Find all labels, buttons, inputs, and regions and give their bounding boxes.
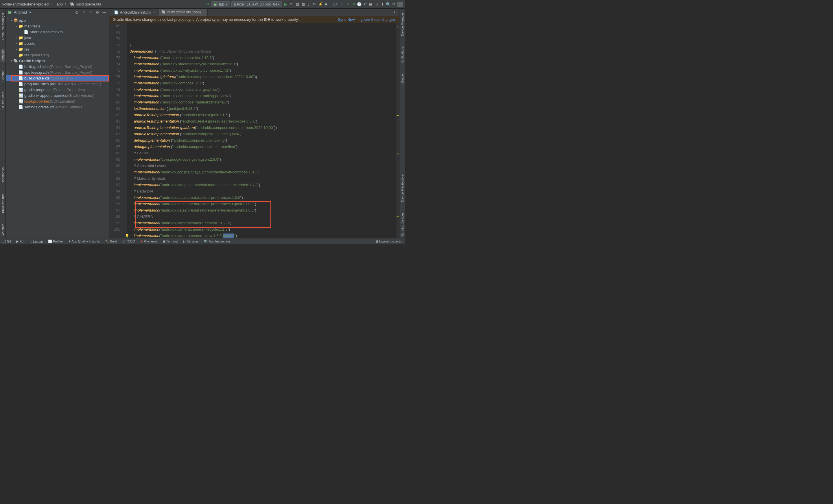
tab-build-gradle[interactable]: 🐘 build.gradle.kts (:app) ×	[159, 9, 208, 16]
tool-profiler[interactable]: 📊 Profiler	[48, 240, 63, 243]
git-push-icon[interactable]: ↗	[351, 2, 356, 7]
tab-build-variants[interactable]: Build Variants	[1, 192, 5, 215]
instant-run-icon[interactable]: ⚡	[318, 2, 323, 7]
project-sidebar: ▣ Android ▾ ⊙ ≡ ≡ ⚙ — ▾📦app▾📁manifests📄A…	[6, 9, 109, 238]
stop-icon[interactable]: ■	[324, 2, 329, 7]
tab-bookmarks[interactable]: Bookmarks	[1, 166, 5, 185]
editor-tabs: 📄 AndroidManifest.xml × 🐘 build.gradle.k…	[109, 9, 399, 16]
device-selector-dropdown[interactable]: ▯ Pixel_3a_API_33_x86_64 ▾	[231, 1, 282, 7]
tool-layout-inspector[interactable]: ▦ Layout Inspector	[376, 240, 403, 243]
breadcrumb: kotlin-android-starter-project 〉 app 〉 🐘…	[2, 2, 204, 7]
avd-manager-icon[interactable]: ▣	[368, 2, 373, 7]
fold-gutter[interactable]	[123, 23, 127, 238]
tree-item[interactable]: 📊local.properties (SDK Location)	[6, 98, 109, 104]
tree-item[interactable]: ▸📁assets	[6, 41, 109, 46]
tool-build[interactable]: 🔨 Build	[105, 240, 117, 243]
code-editor[interactable]: 6869707172737475767778798081828384858687…	[109, 23, 399, 238]
tree-item[interactable]: ▸📁java	[6, 35, 109, 41]
tab-resource-manager[interactable]: Resource Manager	[1, 11, 5, 42]
tab-notifications[interactable]: Notifications	[400, 45, 405, 65]
chevron-down-icon: ▾	[278, 2, 280, 6]
sync-now-link[interactable]: Sync Now	[338, 17, 355, 22]
android-icon: ▣	[213, 2, 217, 6]
tool-todo[interactable]: ☑ TODO	[122, 240, 135, 243]
apply-changes-icon[interactable]: ⟳	[312, 2, 317, 7]
tab-gradle[interactable]: Gradle	[400, 72, 405, 85]
tab-project[interactable]: Project	[1, 49, 5, 62]
tree-item[interactable]: 📄build.gradle.kts (Project: Sample_Proje…	[6, 64, 109, 69]
tree-item[interactable]: 📄build.gradle.kts (Module :app)	[6, 75, 109, 81]
breadcrumb-file[interactable]: 🐘 build.gradle.kts	[70, 2, 101, 6]
git-pull-icon[interactable]: ↙	[339, 2, 344, 7]
project-view-selector[interactable]: Android	[14, 10, 27, 15]
tree-item[interactable]: 📊gradle-wrapper.properties (Gradle Versi…	[6, 93, 109, 98]
tree-item[interactable]: ▾🐘Gradle Scripts	[6, 58, 109, 64]
close-icon[interactable]: ×	[153, 10, 155, 15]
locate-icon[interactable]: ⊙	[74, 10, 79, 15]
close-icon[interactable]: ×	[203, 10, 205, 14]
tool-problems[interactable]: ⊘ Problems	[140, 240, 157, 243]
project-tree[interactable]: ▾📦app▾📁manifests📄AndroidManifest.xml▸📁ja…	[6, 16, 109, 238]
main-toolbar: kotlin-android-starter-project 〉 app 〉 🐘…	[0, 0, 405, 9]
bottom-tool-bar: ⎇ Git ▶ Run ≡ Logcat 📊 Profiler ✦ App Qu…	[0, 238, 405, 245]
tree-item[interactable]: ▾📦app	[6, 17, 109, 23]
history-icon[interactable]: 🕐	[357, 2, 361, 7]
tab-running-devices[interactable]: Running Devices	[400, 211, 405, 238]
notice-text: Gradle files have changed since last pro…	[113, 17, 299, 22]
search-icon[interactable]: 🔍	[386, 2, 390, 7]
project-view-header: ▣ Android ▾ ⊙ ≡ ≡ ⚙ —	[6, 9, 109, 16]
tree-item[interactable]: 📄settings.gradle.kts (Project Settings)	[6, 104, 109, 110]
tool-run[interactable]: ▶ Run	[16, 240, 25, 243]
profile-icon[interactable]: ▦	[301, 2, 305, 7]
resource-manager-icon[interactable]: ⬇	[380, 2, 385, 7]
breadcrumb-module[interactable]: app	[57, 2, 63, 6]
tab-androidmanifest[interactable]: 📄 AndroidManifest.xml ×	[111, 9, 159, 16]
tool-app-quality[interactable]: ✦ App Quality Insights	[68, 240, 100, 243]
tool-app-inspection[interactable]: 🔍 App Inspection	[204, 240, 230, 243]
sdk-manager-icon[interactable]: ▯	[374, 2, 379, 7]
left-tool-stripe: Resource Manager Project Commit Pull Req…	[0, 9, 6, 238]
code-content[interactable]: }dependencies { this: DependencyHandlerS…	[127, 23, 396, 238]
expand-all-icon[interactable]: ≡	[81, 10, 86, 15]
debug-icon[interactable]: ⟳	[289, 2, 294, 7]
tool-terminal[interactable]: ▣ Terminal	[163, 240, 178, 243]
tree-item[interactable]: ▾📁manifests	[6, 23, 109, 29]
tree-item[interactable]: 📄spotless.gradle (Project: Sample_Projec…	[6, 69, 109, 75]
tab-device-manager[interactable]: Device Manager	[400, 11, 405, 37]
editor-area: 📄 AndroidManifest.xml × 🐘 build.gradle.k…	[109, 9, 399, 238]
tool-git[interactable]: ⎇ Git	[2, 240, 11, 243]
chevron-down-icon: ▾	[226, 2, 228, 6]
git-commit-icon[interactable]: ✓	[346, 2, 350, 7]
account-icon[interactable]	[398, 2, 403, 7]
error-stripe[interactable]: ⚠	[396, 23, 399, 238]
tab-options-icon[interactable]: ⋮	[392, 10, 397, 15]
breadcrumb-root[interactable]: kotlin-android-starter-project	[2, 2, 49, 6]
tree-item[interactable]: ▸📁res	[6, 46, 109, 52]
tree-item[interactable]: 📊gradle.properties (Project Properties)	[6, 87, 109, 93]
coverage-icon[interactable]: ▦	[295, 2, 300, 7]
rollback-icon[interactable]: ↶	[363, 2, 367, 7]
status-bar: ▢ Failed to start monitoring emulator-55…	[0, 245, 405, 245]
tree-item[interactable]: 📄proguard-rules.pro (ProGuard Rules for …	[6, 81, 109, 87]
collapse-all-icon[interactable]: ≡	[88, 10, 93, 15]
tab-device-file-explorer[interactable]: Device File Explorer	[400, 172, 405, 203]
run-icon[interactable]: ▶	[283, 2, 288, 7]
warning-icon[interactable]: ⚠	[397, 24, 399, 30]
attach-debugger-icon[interactable]: ⤓	[307, 2, 311, 7]
tab-structure[interactable]: Structure	[1, 222, 5, 238]
settings-icon[interactable]: ⚙	[391, 2, 396, 7]
chevron-right-icon: 〉	[65, 2, 68, 7]
tree-item[interactable]: 📁res (generated)	[6, 52, 109, 58]
tab-pull-requests[interactable]: Pull Requests	[1, 90, 5, 113]
gear-icon[interactable]: ⚙	[95, 10, 100, 15]
tab-commit[interactable]: Commit	[1, 69, 5, 83]
tool-logcat[interactable]: ≡ Logcat	[30, 240, 43, 243]
sync-icon[interactable]: ⟲	[205, 2, 210, 7]
tree-item[interactable]: 📄AndroidManifest.xml	[6, 29, 109, 35]
hide-icon[interactable]: —	[102, 10, 107, 15]
run-configuration-dropdown[interactable]: ▣ app ▾	[211, 1, 230, 7]
gradle-sync-banner: Gradle files have changed since last pro…	[109, 16, 399, 23]
ignore-changes-link[interactable]: Ignore these changes	[359, 17, 396, 22]
tool-services[interactable]: ▷ Services	[183, 240, 199, 243]
chevron-down-icon[interactable]: ▾	[29, 10, 31, 15]
